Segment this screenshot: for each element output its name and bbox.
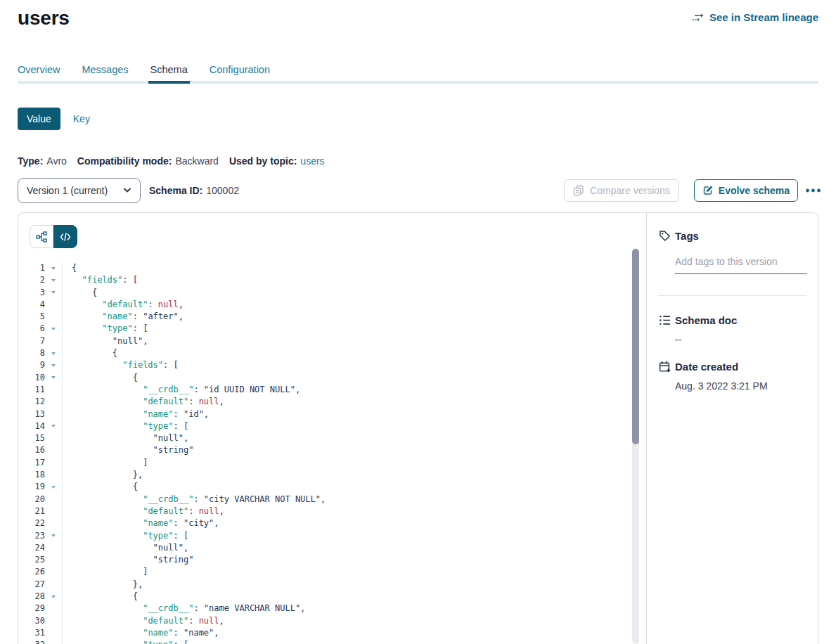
code-line: 32 "type": [ xyxy=(18,639,646,644)
fold-gutter[interactable] xyxy=(45,347,62,359)
value-toggle-button[interactable]: Value xyxy=(18,108,60,130)
tags-section-title: Tags xyxy=(659,230,806,242)
code-line: 1{ xyxy=(18,262,646,274)
code-text: { xyxy=(62,262,646,274)
fold-triangle-icon[interactable] xyxy=(51,534,56,537)
line-number: 4 xyxy=(18,299,45,311)
code-line: 6 "type": [ xyxy=(18,323,646,335)
compare-versions-button[interactable]: Compare versions xyxy=(564,179,679,202)
code-text: "name": "city", xyxy=(62,517,646,529)
line-number: 2 xyxy=(18,274,45,286)
sidebar-divider xyxy=(658,295,806,296)
fold-gutter xyxy=(45,335,62,347)
page-header: users See in Stream lineage xyxy=(18,0,818,30)
details-sidebar: Tags Schema doc -- Date xyxy=(646,213,818,644)
editor-toolbar xyxy=(18,213,646,248)
version-select[interactable]: Version 1 (current) xyxy=(18,178,141,203)
topic-group: Used by topic:users xyxy=(229,155,325,167)
fold-gutter[interactable] xyxy=(45,372,62,384)
topic-link[interactable]: users xyxy=(300,155,324,167)
fold-gutter[interactable] xyxy=(45,591,62,603)
tab-schema[interactable]: Schema xyxy=(150,63,188,81)
code-line: 17 ] xyxy=(18,457,646,469)
scrollbar-thumb[interactable] xyxy=(632,249,639,444)
fold-triangle-icon[interactable] xyxy=(51,486,56,489)
line-number: 8 xyxy=(18,347,45,359)
code-editor[interactable]: 1{2 "fields": [3 {4 "default": null,5 "n… xyxy=(18,262,646,644)
tab-messages[interactable]: Messages xyxy=(82,63,128,81)
code-line: 24 "null", xyxy=(18,542,646,554)
line-number: 17 xyxy=(18,457,45,469)
fold-gutter xyxy=(45,579,62,591)
fold-gutter[interactable] xyxy=(45,323,62,335)
line-number: 32 xyxy=(18,639,45,644)
evolve-schema-button[interactable]: Evolve schema xyxy=(694,179,798,202)
fold-triangle-icon[interactable] xyxy=(51,376,56,379)
code-text: { xyxy=(62,591,646,603)
line-number: 10 xyxy=(18,372,45,384)
code-line: 21 "default": null, xyxy=(18,505,646,517)
line-number: 12 xyxy=(18,396,45,408)
fold-triangle-icon[interactable] xyxy=(51,267,56,270)
code-text: "string" xyxy=(62,554,646,566)
date-created-section-title: Date created xyxy=(659,361,806,373)
fold-gutter[interactable] xyxy=(45,639,62,644)
fold-triangle-icon[interactable] xyxy=(51,279,56,282)
fold-triangle-icon[interactable] xyxy=(51,425,56,427)
tree-view-button[interactable] xyxy=(30,225,53,248)
code-text: }, xyxy=(62,469,646,481)
fold-gutter[interactable] xyxy=(45,530,62,542)
tree-view-icon xyxy=(36,231,47,243)
fold-gutter[interactable] xyxy=(45,359,62,371)
code-line: 16 "string" xyxy=(18,444,646,456)
schema-editor: 1{2 "fields": [3 {4 "default": null,5 "n… xyxy=(18,213,646,644)
fold-gutter xyxy=(45,505,62,517)
line-number: 13 xyxy=(18,408,45,420)
fold-gutter[interactable] xyxy=(45,420,62,432)
fold-triangle-icon[interactable] xyxy=(51,364,56,367)
schema-id: Schema ID:100002 xyxy=(149,185,239,196)
code-text: { xyxy=(62,347,646,359)
tags-input[interactable] xyxy=(675,256,807,274)
fold-triangle-icon[interactable] xyxy=(51,352,56,355)
line-number: 15 xyxy=(18,432,45,444)
more-actions-button[interactable] xyxy=(806,188,821,193)
scrollbar-track[interactable] xyxy=(632,248,639,644)
fold-gutter[interactable] xyxy=(45,287,62,299)
fold-gutter xyxy=(45,444,62,456)
code-line: 9 "fields": [ xyxy=(18,359,646,371)
tag-icon xyxy=(659,230,671,242)
line-number: 11 xyxy=(18,384,45,396)
code-view-button[interactable] xyxy=(53,225,77,248)
line-number: 14 xyxy=(18,420,45,432)
tab-configuration[interactable]: Configuration xyxy=(210,63,270,81)
code-line: 22 "name": "city", xyxy=(18,517,646,529)
stream-lineage-link[interactable]: See in Stream lineage xyxy=(692,11,818,23)
version-bar: Version 1 (current) Schema ID:100002 Com… xyxy=(18,178,818,203)
fold-gutter[interactable] xyxy=(45,481,62,493)
schema-page: users See in Stream lineage OverviewMess… xyxy=(0,0,836,644)
line-number: 9 xyxy=(18,359,45,371)
fold-gutter[interactable] xyxy=(45,274,62,286)
calendar-plus-icon xyxy=(659,361,671,373)
schema-doc-value: -- xyxy=(675,334,806,345)
fold-triangle-icon[interactable] xyxy=(51,595,56,598)
edit-icon xyxy=(702,185,714,196)
code-text: "name": "id", xyxy=(62,408,646,420)
fold-gutter xyxy=(45,494,62,505)
code-text: "type": [ xyxy=(62,530,646,542)
code-line: 25 "string" xyxy=(18,554,646,566)
key-toggle-button[interactable]: Key xyxy=(73,113,90,124)
fold-triangle-icon[interactable] xyxy=(51,328,56,330)
type-group: Type:Avro xyxy=(18,155,67,167)
code-text: "null", xyxy=(62,542,646,554)
code-line: 11 "__crdb__": "id UUID NOT NULL", xyxy=(18,384,646,396)
fold-gutter[interactable] xyxy=(45,262,62,274)
line-number: 30 xyxy=(18,615,45,627)
fold-gutter xyxy=(45,603,62,614)
schema-meta: Type:Avro Compatibility mode:Backward Us… xyxy=(18,155,818,167)
code-line: 4 "default": null, xyxy=(18,299,646,311)
tab-overview[interactable]: Overview xyxy=(18,63,60,81)
fold-gutter xyxy=(45,408,62,420)
fold-triangle-icon[interactable] xyxy=(51,291,56,294)
